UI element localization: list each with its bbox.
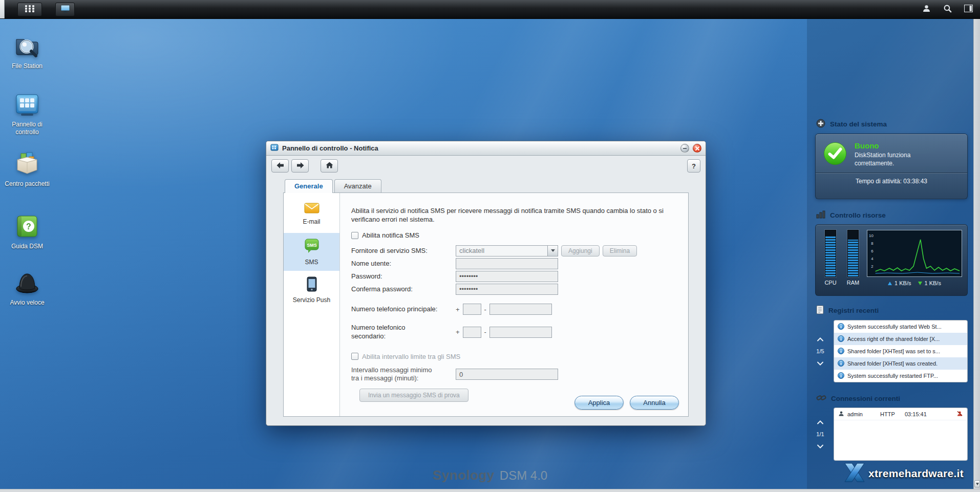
page-scrollbar[interactable] [973, 19, 980, 492]
current-connections-widget: 1/1 admin HTTP 03:15:41 [807, 408, 974, 461]
desktop-icon-file-station[interactable]: File Station [1, 32, 53, 70]
help-button[interactable]: ? [687, 159, 700, 173]
widget-title: Registri recenti [828, 307, 879, 314]
connections-icon [816, 394, 826, 403]
nav-item-sms[interactable]: SMS SMS [284, 233, 339, 271]
interval-input[interactable]: 0 [456, 369, 558, 380]
provider-select[interactable]: clickatell [456, 245, 558, 256]
check-icon [823, 141, 847, 168]
interval-enable-checkbox[interactable] [351, 353, 358, 360]
svg-text:?: ? [26, 222, 31, 231]
shield-plus-icon [816, 119, 825, 130]
system-status-widget: Buono DiskStation funziona correttamente… [815, 134, 968, 199]
resource-monitor-widget: CPU RAM 10 8 6 4 2 [815, 224, 968, 296]
cpu-label: CPU [824, 280, 836, 286]
send-test-sms-button[interactable]: Invia un messaggio SMS di prova [359, 389, 468, 402]
search-button[interactable] [943, 4, 952, 14]
provider-row: Fornitore di servizio SMS: clickatell Ag… [351, 245, 679, 256]
cancel-button[interactable]: Annulla [630, 396, 679, 410]
desktop-icon-package-center[interactable]: Centro pacchetti [1, 150, 53, 188]
logs-page-down-button[interactable] [816, 358, 825, 368]
connections-page-up-button[interactable] [816, 417, 825, 427]
email-icon [304, 203, 319, 215]
info-icon [838, 335, 844, 343]
desktop-icon-label: Guida DSM [1, 243, 53, 250]
primary-phone-row: Numero telefonico principale: + - [351, 301, 679, 317]
system-status-header: Stato del sistema [807, 119, 974, 130]
window-toolbar: ? [266, 156, 706, 176]
desktop-icon-label: Pannello di controllo [1, 121, 53, 136]
quick-launch-icon [1, 269, 53, 296]
close-button[interactable] [693, 144, 701, 153]
log-entry[interactable]: Access right of the shared folder [X... [834, 333, 967, 345]
provider-label: Fornitore di servizio SMS: [351, 247, 438, 255]
forward-button[interactable] [291, 159, 309, 173]
secondary-phone-input[interactable] [489, 327, 552, 338]
username-input[interactable] [456, 258, 558, 269]
select-arrow-icon [547, 246, 558, 256]
nav-item-push-service[interactable]: Servizio Push [284, 271, 339, 309]
widget-title: Stato del sistema [830, 120, 887, 128]
password-input[interactable]: •••••••• [456, 271, 558, 282]
widgets-panel-icon [964, 5, 973, 14]
desktop: File Station Pannello di controllo Centr… [0, 19, 980, 492]
tab-generale[interactable]: Generale [285, 179, 333, 193]
watermark-text: xtremehardware.it [868, 467, 964, 480]
desktop-icon-label: Avvio veloce [1, 299, 53, 307]
resource-bars-icon [816, 210, 825, 220]
desktop-icon-control-panel[interactable]: Pannello di controllo [1, 91, 53, 136]
log-entry[interactable]: System successfully started Web St... [834, 320, 967, 333]
add-provider-button[interactable]: Aggiungi [561, 245, 600, 256]
confirm-password-input[interactable]: •••••••• [456, 284, 558, 295]
log-entry[interactable]: Shared folder [XHTest] was created. [834, 357, 967, 370]
log-entry[interactable]: System successfully restarted FTP... [834, 370, 967, 382]
brand-name: Synology [433, 467, 495, 483]
scroll-down-button[interactable] [974, 480, 980, 487]
svg-text:10: 10 [869, 233, 874, 238]
widgets-toggle-button[interactable] [964, 5, 973, 14]
chevron-down-icon [817, 442, 824, 450]
svg-text:2: 2 [871, 264, 873, 269]
minimize-button[interactable] [680, 144, 689, 153]
enable-sms-checkbox[interactable] [351, 232, 358, 239]
user-button[interactable] [922, 4, 931, 14]
window-titlebar[interactable]: Pannello di controllo - Notifica [266, 141, 706, 156]
scroll-down-icon [976, 483, 979, 485]
apply-button[interactable]: Applica [574, 396, 624, 410]
topbar-left-edge [0, 0, 5, 18]
back-button[interactable] [271, 159, 289, 173]
connection-user: admin [847, 411, 880, 417]
recent-logs-header: Registri recenti [807, 305, 974, 316]
cpu-meter: CPU [822, 230, 839, 295]
log-entry[interactable]: Shared folder [XHTest] was set to s... [834, 345, 967, 357]
nav-item-email[interactable]: E-mail [284, 195, 339, 233]
main-menu-button[interactable] [17, 3, 42, 16]
show-desktop-button[interactable] [55, 3, 75, 16]
tab-content: E-mail SMS SMS Servizio Push Abilita il … [283, 192, 689, 417]
secondary-country-code-input[interactable] [463, 327, 481, 338]
home-button[interactable] [321, 159, 338, 173]
logs-page-up-button[interactable] [816, 334, 825, 344]
control-panel-window: Pannello di controllo - Notifica ? Gener… [266, 141, 706, 426]
disconnect-icon[interactable] [956, 411, 963, 418]
primary-country-code-input[interactable] [463, 304, 481, 315]
delete-provider-button[interactable]: Elimina [603, 245, 637, 256]
bottom-edge [0, 489, 980, 492]
nav-item-label: Servizio Push [293, 296, 330, 304]
interval-row: Intervallo messaggi minimo tra i messagg… [351, 366, 679, 383]
logs-pager: 1/5 [807, 320, 834, 382]
primary-phone-input[interactable] [489, 304, 552, 315]
desktop-icon-quick-launch[interactable]: Avvio veloce [1, 269, 53, 307]
download-rate: 1 KB/s [925, 280, 941, 286]
minimize-icon [683, 148, 687, 149]
connections-pager: 1/1 [807, 408, 834, 461]
desktop-icon-dsm-help[interactable]: ? Guida DSM [1, 212, 53, 250]
svg-text:8: 8 [871, 241, 874, 246]
sms-settings-form: Abilita il servizio di notifica SMS per … [340, 193, 688, 416]
tab-avanzate[interactable]: Avanzate [334, 179, 381, 192]
connection-list: admin HTTP 03:15:41 [834, 408, 968, 461]
sms-icon: SMS [304, 239, 319, 255]
package-center-icon [1, 150, 53, 178]
connections-page-down-button[interactable] [816, 441, 825, 451]
file-station-icon [1, 32, 53, 60]
